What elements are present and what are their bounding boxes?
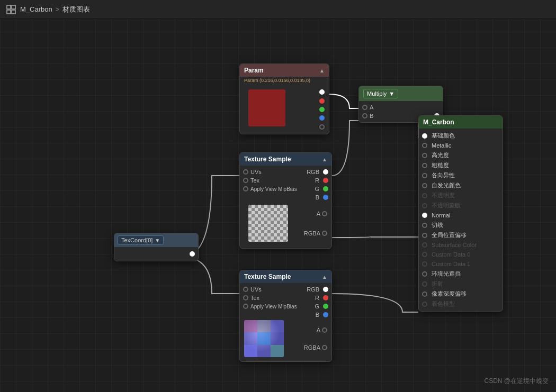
param-out-pin-alpha[interactable] (319, 124, 325, 130)
svg-rect-17 (244, 345, 257, 357)
tex-sample-2-header[interactable]: Texture Sample ▲ (240, 270, 331, 283)
tex2-mipbias-in-pin[interactable] (243, 304, 248, 309)
mcarbon-in-normal[interactable] (422, 213, 427, 218)
tex1-b-label: B (316, 194, 319, 200)
multiply-chevron: ▼ (389, 90, 394, 97)
svg-rect-10 (271, 332, 284, 345)
tex2-g-label: G (315, 303, 319, 309)
tex1-r-out-pin[interactable] (323, 178, 328, 183)
param-node-header[interactable]: Param ▲ (240, 64, 329, 77)
mcarbon-header[interactable]: M_Carbon (419, 116, 503, 129)
mcarbon-in-shading-model[interactable] (422, 302, 427, 307)
texcoord-out-row (114, 249, 198, 259)
param-out-pin-blue[interactable] (319, 115, 325, 121)
tex2-mipbias-row: Apply View MipBias G (240, 302, 331, 311)
tex2-mipbias-label: Apply View MipBias (250, 304, 315, 309)
mcarbon-base-color-label: 基础颜色 (432, 132, 455, 140)
param-out-pin-white[interactable] (319, 89, 325, 95)
tex2-b-row: B (240, 311, 331, 319)
multiply-in-pin-a[interactable] (362, 105, 367, 110)
mcarbon-row-world-offset: 全局位置偏移 (419, 230, 503, 240)
param-out-pin-green[interactable] (319, 107, 325, 112)
param-node-title: Param (244, 67, 264, 74)
mcarbon-in-base-color[interactable] (422, 133, 427, 139)
tex2-tex-in-pin[interactable] (243, 295, 248, 300)
svg-rect-12 (257, 345, 271, 357)
tex2-b-out-pin[interactable] (323, 312, 328, 317)
tex2-a-out-pin[interactable] (322, 327, 327, 333)
mcarbon-in-metallic[interactable] (422, 143, 427, 148)
tex1-b-out-pin[interactable] (323, 195, 328, 200)
multiply-in-pin-b[interactable] (362, 113, 367, 118)
mcarbon-in-opacity[interactable] (422, 193, 427, 198)
multiply-label: Multiply (367, 90, 387, 97)
tex2-rgba-label: RGBA (304, 344, 320, 351)
mcarbon-specular-label: 高光度 (432, 151, 449, 159)
tex1-rgb-out-pin[interactable] (323, 169, 328, 175)
mcarbon-row-pixel-depth: 像素深度偏移 (419, 289, 503, 299)
tex1-rgba-label: RGBA (304, 230, 320, 236)
texcoord-out-pin[interactable] (190, 251, 195, 257)
mcarbon-emissive-label: 自发光颜色 (432, 181, 461, 189)
texcoord-dropdown[interactable]: TexCoord[0] ▼ (118, 235, 164, 245)
tex-sample-1-collapse[interactable]: ▲ (322, 157, 327, 162)
mcarbon-in-anisotropy[interactable] (422, 173, 427, 178)
mcarbon-row-emissive: 自发光颜色 (419, 180, 503, 190)
mcarbon-shading-model-label: 着色模型 (432, 300, 455, 308)
tex1-rgba-out-pin[interactable] (322, 231, 327, 236)
texcoord-node: TexCoord[0] ▼ (114, 233, 199, 261)
tex1-mipbias-in-pin[interactable] (243, 186, 248, 192)
tex1-tex-in-pin[interactable] (243, 178, 248, 183)
multiply-dropdown[interactable]: Multiply ▼ (363, 89, 398, 98)
mcarbon-row-base-color: 基础颜色 (419, 131, 503, 141)
param-collapse-icon[interactable]: ▲ (319, 68, 325, 74)
mcarbon-in-refraction[interactable] (422, 281, 427, 287)
tex2-r-label: R (315, 295, 319, 301)
mcarbon-in-roughness[interactable] (422, 163, 427, 168)
mcarbon-in-opacity-mask[interactable] (422, 203, 427, 208)
tex-sample-1-body: UVs RGB Tex R Apply View MipBias G B (240, 166, 331, 248)
tex2-a-label: A (317, 327, 320, 333)
mcarbon-in-specular[interactable] (422, 153, 427, 158)
svg-rect-8 (244, 332, 257, 345)
tex1-uvs-in-pin[interactable] (243, 169, 248, 175)
mcarbon-tangent-label: 切线 (432, 221, 443, 229)
mcarbon-row-subsurface: Subsurface Color (419, 240, 503, 250)
breadcrumb-separator: > (56, 6, 59, 13)
svg-rect-0 (7, 5, 11, 9)
mcarbon-in-world-offset[interactable] (422, 233, 427, 238)
tex1-a-out-pin[interactable] (322, 211, 327, 216)
tex2-tex-label: Tex (250, 295, 315, 301)
tex2-tex-row: Tex R (240, 294, 331, 302)
mcarbon-in-subsurface[interactable] (422, 242, 427, 248)
texcoord-header[interactable]: TexCoord[0] ▼ (114, 233, 198, 247)
mcarbon-in-ao[interactable] (422, 271, 427, 277)
mcarbon-in-custom1[interactable] (422, 261, 427, 267)
tex1-uvs-row: UVs RGB (240, 168, 331, 176)
mcarbon-in-tangent[interactable] (422, 223, 427, 228)
svg-rect-1 (12, 5, 15, 9)
tex1-g-out-pin[interactable] (323, 186, 328, 192)
tex-sample-1-node: Texture Sample ▲ UVs RGB Tex R Apply Vie… (239, 152, 332, 249)
tex2-r-out-pin[interactable] (323, 295, 328, 300)
mcarbon-in-pixel-depth[interactable] (422, 291, 427, 297)
multiply-node-header[interactable]: Multiply ▼ (359, 86, 443, 101)
texcoord-label: TexCoord[0] (121, 237, 153, 243)
mcarbon-custom0-label: Custom Data 0 (432, 251, 470, 258)
tex2-rgb-out-pin[interactable] (323, 287, 328, 292)
param-out-pin-red[interactable] (319, 98, 325, 104)
tex1-b-row: B (240, 193, 331, 202)
svg-rect-14 (244, 320, 257, 332)
mcarbon-row-specular: 高光度 (419, 150, 503, 160)
tex-sample-1-header[interactable]: Texture Sample ▲ (240, 153, 331, 166)
project-title: M_Carbon (20, 5, 52, 13)
tex2-uvs-in-pin[interactable] (243, 287, 248, 292)
tex-sample-2-body: UVs RGB Tex R Apply View MipBias G B (240, 283, 331, 361)
mcarbon-in-custom0[interactable] (422, 252, 427, 257)
tex-sample-2-collapse[interactable]: ▲ (322, 274, 327, 280)
mcarbon-body: 基础颜色 Metallic 高光度 粗糙度 各向异性 自发光颜色 (419, 129, 503, 311)
mcarbon-in-emissive[interactable] (422, 183, 427, 188)
tex2-rgba-out-pin[interactable] (322, 345, 327, 350)
tex-sample-2-title: Texture Sample (244, 273, 291, 280)
tex2-g-out-pin[interactable] (323, 304, 328, 309)
